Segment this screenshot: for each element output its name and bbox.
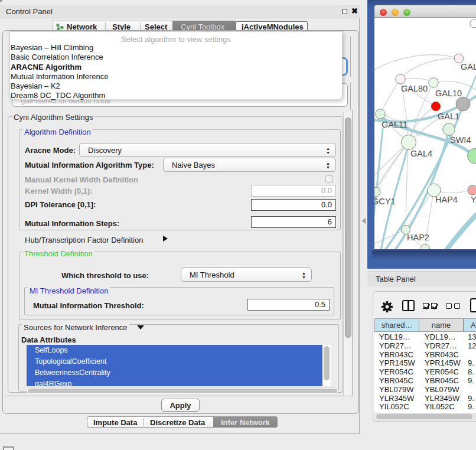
svg-text:GAL1: GAL1 (438, 112, 459, 121)
svg-text:Y: Y (471, 195, 476, 204)
svg-text:GCY1: GCY1 (374, 197, 396, 206)
svg-text:GAL80: GAL80 (401, 84, 428, 93)
svg-text:GAL: GAL (461, 62, 476, 71)
svg-text:HAP2: HAP2 (407, 233, 429, 242)
svg-text:SWI4: SWI4 (450, 135, 471, 145)
svg-text:GAL10: GAL10 (435, 89, 462, 98)
svg-text:HAP4: HAP4 (435, 195, 458, 204)
svg-text:GAL4: GAL4 (410, 149, 432, 158)
svg-text:GAL11: GAL11 (382, 120, 407, 129)
